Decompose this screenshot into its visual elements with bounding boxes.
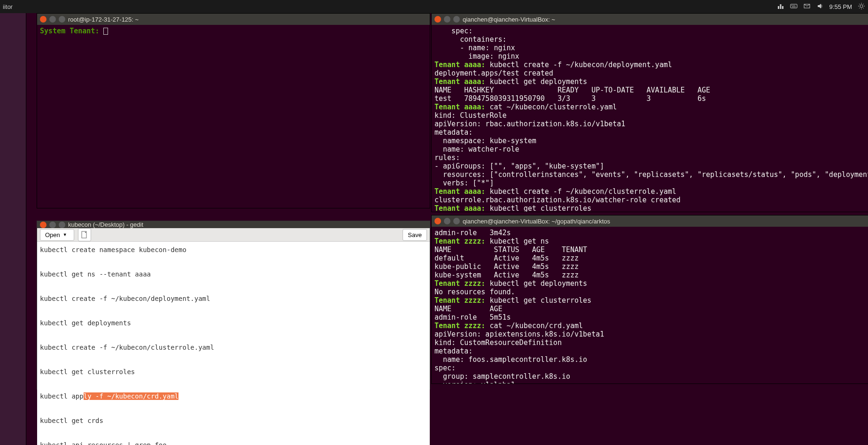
gedit-toolbar: Open ▼ Save xyxy=(37,228,430,242)
svg-rect-4 xyxy=(792,7,796,7)
prompt: Tenant zzzz: xyxy=(434,279,489,288)
prompt: Tenant aaaa: xyxy=(434,103,489,111)
window-title: root@ip-172-31-27-125: ~ xyxy=(68,16,139,23)
maximize-icon[interactable] xyxy=(453,218,460,224)
svg-point-6 xyxy=(860,5,863,8)
prompt: Tenant aaaa: xyxy=(434,77,489,86)
network-icon[interactable] xyxy=(777,2,784,11)
clock[interactable]: 9:55 PM xyxy=(829,3,852,10)
active-app-label: iitor xyxy=(3,3,13,10)
window-title: qianchen@qianchen-VirtualBox: ~/gopath/q… xyxy=(463,218,610,225)
prompt: Tenant zzzz: xyxy=(434,237,489,246)
terminal-output[interactable]: System Tenant: xyxy=(37,25,430,37)
close-icon[interactable] xyxy=(40,16,46,23)
window-titlebar[interactable]: qianchen@qianchen-VirtualBox: ~ xyxy=(432,14,868,25)
terminal-tenant-aaaa[interactable]: qianchen@qianchen-VirtualBox: ~ spec: co… xyxy=(431,13,868,212)
prompt: Tenant zzzz: xyxy=(434,322,489,330)
open-button[interactable]: Open ▼ xyxy=(40,229,74,241)
svg-rect-2 xyxy=(793,5,794,6)
terminal-output[interactable]: admin-role 3m42s Tenant zzzz: kubectl ge… xyxy=(432,227,868,384)
window-titlebar[interactable]: root@ip-172-31-27-125: ~ xyxy=(37,14,430,25)
svg-rect-1 xyxy=(791,5,792,6)
keyboard-icon[interactable] xyxy=(790,2,798,11)
mail-icon[interactable] xyxy=(803,2,811,11)
volume-icon[interactable] xyxy=(816,2,824,11)
close-icon[interactable] xyxy=(40,222,46,228)
svg-rect-0 xyxy=(790,4,797,8)
window-title: qianchen@qianchen-VirtualBox: ~ xyxy=(463,16,555,23)
window-titlebar[interactable]: qianchen@qianchen-VirtualBox: ~/gopath/q… xyxy=(432,215,868,227)
terminal-output[interactable]: spec: containers: - name: nginx image: n… xyxy=(432,25,868,212)
text-selection: ly -f ~/kubecon/crd.yaml xyxy=(84,392,178,400)
terminal-system-tenant[interactable]: root@ip-172-31-27-125: ~ System Tenant: xyxy=(37,13,430,208)
cursor xyxy=(103,28,108,35)
minimize-icon[interactable] xyxy=(49,222,56,228)
prompt: Tenant aaaa: xyxy=(434,187,489,196)
prompt: Tenant aaaa: xyxy=(434,204,489,212)
chevron-down-icon: ▼ xyxy=(63,232,67,237)
sys-indicators: 9:55 PM xyxy=(777,2,865,11)
window-titlebar[interactable]: kubecon (~/Desktop) - gedit xyxy=(37,221,430,228)
save-button[interactable]: Save xyxy=(403,229,427,241)
prompt: System Tenant: xyxy=(40,27,103,35)
gear-icon[interactable] xyxy=(858,2,865,11)
new-document-button[interactable] xyxy=(78,228,91,241)
close-icon[interactable] xyxy=(434,218,441,224)
close-icon[interactable] xyxy=(434,16,441,23)
unity-launcher[interactable] xyxy=(0,13,26,445)
editor-textarea[interactable]: kubectl create namespace kubecon-demo ku… xyxy=(37,242,430,445)
terminal-tenant-zzzz[interactable]: qianchen@qianchen-VirtualBox: ~/gopath/q… xyxy=(431,215,868,384)
svg-rect-3 xyxy=(794,5,795,6)
prompt: Tenant aaaa: xyxy=(434,61,489,69)
minimize-icon[interactable] xyxy=(444,218,450,224)
maximize-icon[interactable] xyxy=(59,16,65,23)
gedit-window[interactable]: kubecon (~/Desktop) - gedit Open ▼ Save … xyxy=(37,221,430,390)
maximize-icon[interactable] xyxy=(59,222,65,228)
maximize-icon[interactable] xyxy=(453,16,460,23)
window-title: kubecon (~/Desktop) - gedit xyxy=(68,221,143,228)
minimize-icon[interactable] xyxy=(49,16,56,23)
prompt: Tenant zzzz: xyxy=(434,296,489,305)
minimize-icon[interactable] xyxy=(444,16,450,23)
